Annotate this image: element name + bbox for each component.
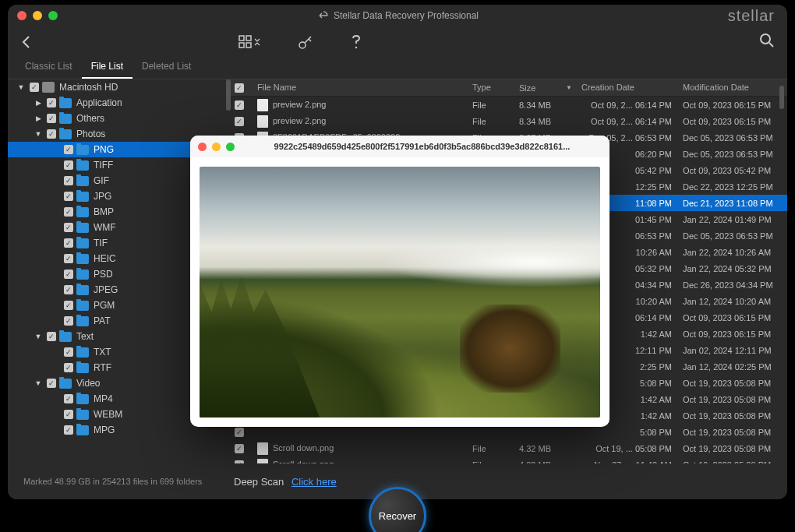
preview-window[interactable]: 9922c25489d659d425e800f2f517991eb6d0f3b5… [190,136,610,427]
col-filename[interactable]: File Name [253,79,468,96]
tree-checkbox[interactable]: ✓ [47,332,56,341]
col-cdate[interactable]: Creation Date [577,79,678,96]
disclosure-icon[interactable]: ▼ [33,333,44,340]
tree-label: MP4 [94,393,113,404]
folder-icon [76,238,89,248]
file-mdate-cell: Oct 09, 2023 06:15 PM [678,114,787,129]
tab-deleted-list[interactable]: Deleted List [132,58,200,79]
preview-close-icon[interactable] [198,143,207,151]
file-checkbox[interactable]: ✓ [235,117,244,126]
tab-classic-list[interactable]: Classic List [16,58,82,79]
file-checkbox[interactable]: ✓ [235,100,244,110]
svg-point-4 [299,42,306,48]
maximize-window-icon[interactable] [48,11,58,20]
tree-checkbox[interactable]: ✓ [64,301,73,310]
view-grid-icon[interactable] [238,35,260,49]
disclosure-icon[interactable]: ▶ [33,99,44,107]
folder-icon [76,254,89,264]
file-mdate-cell: Oct 19, 2023 05:08 PM [678,375,787,391]
file-checkbox[interactable]: ✓ [235,428,244,437]
preview-maximize-icon[interactable] [226,143,235,151]
tree-checkbox[interactable]: ✓ [64,363,73,372]
tree-label: WMF [94,222,116,233]
file-cdate-cell: Oct 19, ... 05:08 PM [577,441,678,456]
col-type[interactable]: Type [468,79,514,96]
tree-checkbox[interactable]: ✓ [64,410,73,419]
tree-label: WEBM [94,409,122,420]
tree-checkbox[interactable]: ✓ [64,285,73,294]
file-icon [257,442,268,455]
tree-checkbox[interactable]: ✓ [64,270,73,279]
tree-checkbox[interactable]: ✓ [64,192,73,201]
sidebar-scrollbar[interactable] [226,79,231,111]
disclosure-icon[interactable]: ▼ [33,379,44,387]
tree-checkbox[interactable]: ✓ [47,114,56,123]
tree-checkbox[interactable]: ✓ [64,425,73,435]
file-mdate-cell: Jan 12, 2024 02:25 PM [678,359,787,375]
disclosure-icon[interactable]: ▶ [33,115,44,122]
col-size[interactable]: Size▼ [514,79,577,96]
file-checkbox[interactable]: ✓ [235,444,244,453]
tree-checkbox[interactable]: ✓ [47,129,56,139]
file-mdate-cell: Dec 05, 2023 06:53 PM [678,228,787,244]
minimize-window-icon[interactable] [33,11,42,20]
search-icon[interactable] [759,33,775,48]
filelist-scrollbar[interactable] [779,86,784,109]
window-controls [17,11,58,20]
tree-label: RTF [94,362,111,373]
disclosure-icon[interactable]: ▼ [33,130,44,138]
key-icon[interactable] [298,34,313,50]
tree-item-macintosh-hd[interactable]: ▼✓Macintosh HD [8,79,226,95]
tree-item-application[interactable]: ▶✓Application [8,95,226,111]
tree-checkbox[interactable]: ✓ [64,160,73,170]
file-row[interactable]: ✓Scroll down.pngFile4.32 MBNov 07, ... 1… [226,456,787,463]
help-icon[interactable] [351,34,362,50]
tree-checkbox[interactable]: ✓ [64,394,73,403]
preview-titlebar: 9922c25489d659d425e800f2f517991eb6d0f3b5… [190,136,610,157]
folder-icon [76,347,89,358]
tree-checkbox[interactable]: ✓ [47,379,56,388]
list-tabs: Classic List File List Deleted List [8,58,787,79]
tree-checkbox[interactable]: ✓ [64,316,73,326]
tree-checkbox[interactable]: ✓ [30,83,39,92]
tree-checkbox[interactable]: ✓ [64,238,73,248]
file-mdate-cell: Oct 19, 2023 05:08 PM [678,425,787,440]
col-mdate[interactable]: Modification Date [678,79,787,96]
tree-checkbox[interactable]: ✓ [47,98,56,107]
folder-icon [76,176,89,186]
tree-checkbox[interactable]: ✓ [64,347,73,357]
tree-checkbox[interactable]: ✓ [64,207,73,217]
tree-label: JPG [94,191,111,202]
close-window-icon[interactable] [17,11,26,20]
file-type-cell: File [468,457,514,464]
tree-label: MPG [94,425,115,435]
tree-checkbox[interactable]: ✓ [64,223,73,232]
tree-label: Video [76,378,100,389]
tree-checkbox[interactable]: ✓ [64,254,73,263]
preview-minimize-icon[interactable] [212,143,221,151]
tab-file-list[interactable]: File List [82,58,132,79]
file-mdate-cell: Jan 22, 2024 01:49 PM [678,212,787,227]
tree-checkbox[interactable]: ✓ [64,176,73,185]
deep-scan-link[interactable]: Click here [292,476,337,488]
file-mdate-cell: Jan 22, 2024 05:32 PM [678,261,787,277]
toolbar [8,26,787,58]
svg-point-5 [355,47,357,48]
file-row[interactable]: ✓preview 2.pngFile8.34 MBOct 09, 2... 06… [226,113,787,129]
svg-rect-1 [246,36,251,41]
tree-checkbox[interactable]: ✓ [64,145,73,154]
file-mdate-cell: Dec 05, 2023 06:53 PM [678,146,787,162]
back-icon[interactable] [20,34,31,50]
folder-icon [59,129,72,139]
file-row[interactable]: ✓preview 2.pngFile8.34 MBOct 09, 2... 06… [226,97,787,113]
tree-label: PSD [94,269,113,280]
tree-item-others[interactable]: ▶✓Others [8,111,226,126]
tree-label: Macintosh HD [59,82,118,93]
file-mdate-cell: Oct 19, 2023 05:08 PM [678,408,787,424]
select-all-checkbox[interactable]: ✓ [235,83,244,93]
folder-icon [76,270,89,280]
folder-icon [59,98,72,108]
file-row[interactable]: ✓Scroll down.pngFile4.32 MBOct 19, ... 0… [226,440,787,456]
tree-label: Application [76,97,122,108]
disclosure-icon[interactable]: ▼ [16,83,26,91]
